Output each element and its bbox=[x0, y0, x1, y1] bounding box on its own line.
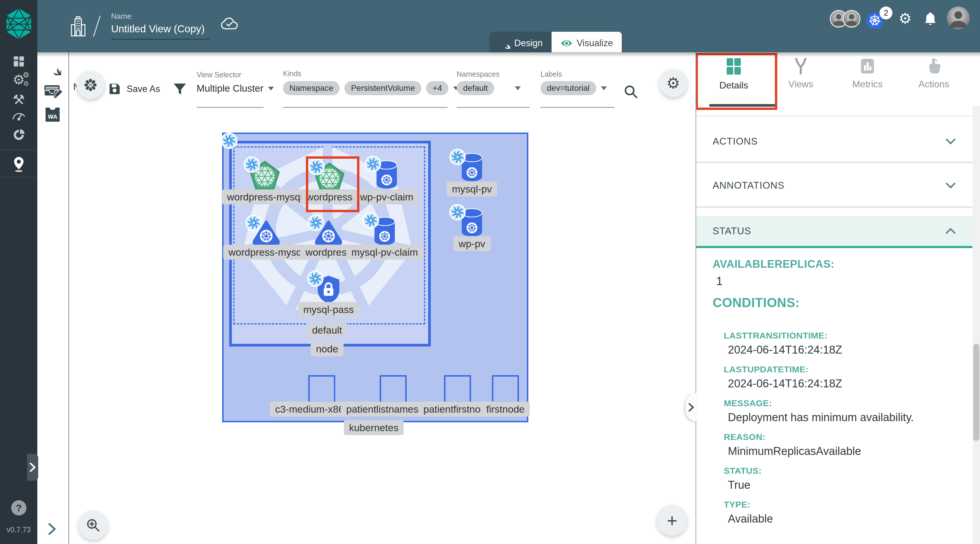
panel-scrollbar-track[interactable] bbox=[973, 106, 980, 544]
node-label: wordpress-mysql bbox=[223, 245, 309, 260]
panel-divider bbox=[695, 52, 696, 544]
status-condition-field: LASTUPDATETIME: 2024-06-14T16:24:18Z bbox=[724, 364, 959, 390]
canvas-node-c3-medium[interactable] bbox=[308, 375, 335, 403]
save-as-button[interactable]: Save As bbox=[108, 82, 160, 96]
actions-hand-icon bbox=[927, 57, 940, 75]
namespace-chip-default[interactable]: default bbox=[457, 81, 494, 95]
status-content: AVAILABLEREPLICAS: 1 CONDITIONS: LASTTRA… bbox=[713, 258, 959, 533]
status-field-key: STATUS: bbox=[724, 466, 959, 476]
tab-views[interactable]: Views bbox=[772, 57, 830, 90]
sidebar-item-performance[interactable] bbox=[0, 109, 37, 121]
panel-collapse-handle[interactable] bbox=[686, 393, 697, 422]
sidebar-item-configuration[interactable]: ⚒ bbox=[0, 93, 37, 107]
organization-icon[interactable] bbox=[70, 15, 87, 37]
tab-views-label: Views bbox=[788, 79, 813, 90]
status-field-value: Available bbox=[728, 512, 959, 525]
namespace-label: default bbox=[307, 323, 347, 338]
node-label: mysql-pv-claim bbox=[346, 245, 423, 260]
help-button[interactable]: ? bbox=[11, 500, 27, 515]
sidebar-item-location-pin[interactable] bbox=[0, 156, 37, 172]
section-status[interactable]: STATUS bbox=[696, 216, 972, 248]
search-icon[interactable] bbox=[623, 84, 638, 99]
quick-actions-fab[interactable] bbox=[76, 71, 105, 99]
kinds-select[interactable]: Namespace PersistentVolume +4 bbox=[283, 81, 459, 95]
view-name-input[interactable]: Untitled View (Copy) bbox=[111, 23, 205, 35]
meshsync-badge-icon bbox=[449, 148, 466, 165]
status-condition-field: REASON: MinimumReplicasAvailable bbox=[724, 432, 959, 458]
design-mode-button[interactable]: Design bbox=[490, 32, 552, 55]
visualize-label: Visualize bbox=[577, 38, 613, 48]
chevron-down-icon bbox=[515, 86, 521, 90]
meshery-logo[interactable] bbox=[5, 8, 32, 40]
meshsync-badge-icon bbox=[449, 204, 466, 221]
canvas-node-patientfirstnode[interactable] bbox=[444, 375, 471, 403]
meshsync-badge-icon bbox=[245, 214, 262, 231]
kind-chip-persistentvolume[interactable]: PersistentVolume bbox=[344, 81, 422, 95]
section-actions[interactable]: ACTIONS bbox=[696, 125, 972, 157]
strip-divider bbox=[68, 52, 69, 544]
tab-actions[interactable]: Actions bbox=[904, 57, 963, 90]
canvas-node-firstnode[interactable] bbox=[492, 375, 519, 403]
namespaces-select[interactable]: default bbox=[457, 81, 521, 95]
sidebar-expand-tab[interactable] bbox=[27, 454, 38, 481]
user-avatar[interactable] bbox=[947, 6, 970, 29]
sidebar-item-dashboard[interactable] bbox=[0, 55, 37, 68]
chevron-down-icon bbox=[945, 138, 956, 145]
kind-chip-more[interactable]: +4 bbox=[426, 81, 449, 95]
zoom-in-fab[interactable] bbox=[78, 511, 108, 540]
add-node-fab[interactable]: + bbox=[657, 505, 687, 536]
cloud-sync-icon[interactable] bbox=[220, 17, 239, 31]
collapse-chevron-icon[interactable] bbox=[46, 523, 58, 536]
view-selector-underline bbox=[197, 107, 264, 108]
tab-actions-label: Actions bbox=[919, 79, 950, 90]
section-status-label: STATUS bbox=[713, 226, 751, 237]
tab-details[interactable]: Details bbox=[704, 57, 763, 91]
meshsync-badge-icon bbox=[307, 214, 325, 231]
chevron-right-icon bbox=[687, 402, 695, 412]
kanvas-app: Name Untitled View (Copy) Design Visuali… bbox=[0, 0, 980, 544]
status-field-value: MinimumReplicasAvailable bbox=[728, 445, 959, 458]
collaborator-avatar[interactable] bbox=[843, 10, 861, 28]
status-field-value: 2024-06-14T16:24:18Z bbox=[728, 344, 959, 356]
meshsync-badge-icon bbox=[307, 270, 324, 287]
visualize-mode-button[interactable]: Visualize bbox=[552, 32, 622, 55]
node-container-label: node bbox=[310, 342, 344, 356]
drawer-edit-icon[interactable] bbox=[43, 82, 62, 99]
settings-gear-icon[interactable]: ⚙ bbox=[899, 11, 912, 26]
meshsync-spiral-icon[interactable] bbox=[45, 59, 61, 75]
chevron-down-icon bbox=[268, 87, 274, 91]
visualization-canvas[interactable]: N Save As View Selector Multiple Cluster… bbox=[69, 52, 695, 544]
status-condition-field: TYPE: Available bbox=[724, 499, 959, 525]
section-annotations[interactable]: ANNOTATIONS bbox=[696, 169, 972, 202]
tab-metrics[interactable]: Metrics bbox=[838, 57, 897, 90]
notifications-bell-icon[interactable] bbox=[923, 11, 937, 27]
labels-select[interactable]: dev=tutorial bbox=[540, 81, 605, 95]
details-panel: Details Views Metrics Actions ACTIONS AN… bbox=[696, 52, 980, 544]
namespaces-label: Namespaces bbox=[457, 70, 500, 78]
chevron-up-icon bbox=[945, 228, 956, 234]
status-field-value: True bbox=[728, 479, 959, 492]
node-label: wordpress bbox=[301, 189, 358, 205]
view-selector-value: Multiple Cluster bbox=[197, 83, 263, 94]
status-field-value: 1 bbox=[716, 275, 959, 288]
label-chip-dev-tutorial[interactable]: dev=tutorial bbox=[540, 81, 596, 95]
node-label: mysql-pass bbox=[298, 302, 359, 317]
panel-scrollbar-thumb[interactable] bbox=[973, 344, 979, 441]
canvas-settings-fab[interactable]: ⚙ bbox=[659, 69, 687, 97]
wasm-filter-icon[interactable]: WA bbox=[45, 107, 60, 122]
filter-funnel-icon[interactable] bbox=[172, 82, 187, 96]
sidebar-item-extensions[interactable] bbox=[0, 128, 37, 142]
namespaces-underline bbox=[457, 107, 530, 108]
canvas-node-patientlistnamespace[interactable] bbox=[380, 375, 407, 403]
svg-text:WA: WA bbox=[48, 113, 57, 120]
kind-chip-namespace[interactable]: Namespace bbox=[283, 81, 340, 95]
chevron-down-icon bbox=[601, 86, 607, 90]
save-icon bbox=[108, 82, 121, 96]
meshsync-badge-icon bbox=[243, 156, 260, 173]
status-field-key: TYPE: bbox=[724, 499, 959, 510]
status-field-key: LASTUPDATETIME: bbox=[724, 364, 959, 374]
panel-divider bbox=[696, 162, 972, 163]
sidebar-item-lifecycle[interactable]: ⚙⚙⚙ bbox=[0, 73, 37, 86]
view-selector-select[interactable]: Multiple Cluster bbox=[197, 83, 274, 94]
kubernetes-context-count-badge[interactable]: 2 bbox=[880, 6, 892, 19]
